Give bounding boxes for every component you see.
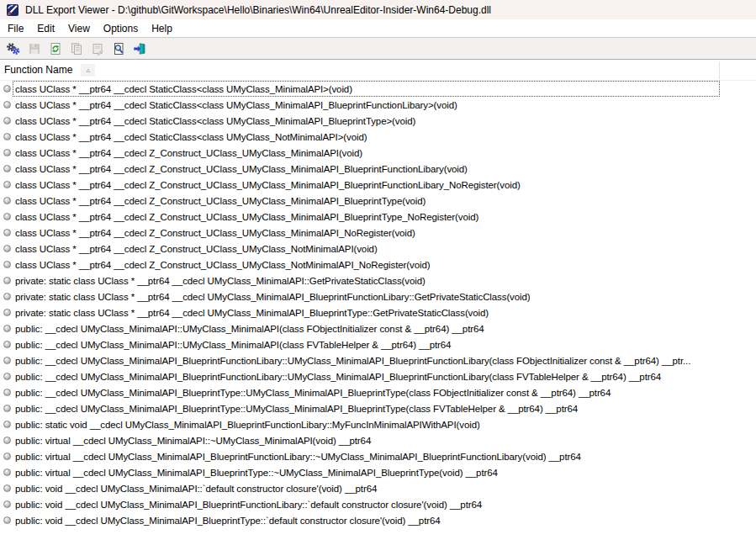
function-name-label: private: static class UClass * __ptr64 _… — [15, 292, 531, 302]
function-name-label: class UClass * __ptr64 __cdecl Z_Constru… — [15, 196, 426, 206]
list-item[interactable]: class UClass * __ptr64 __cdecl Z_Constru… — [0, 241, 756, 257]
item-properties-button[interactable] — [87, 39, 108, 59]
function-name-label: class UClass * __ptr64 __cdecl StaticCla… — [15, 100, 457, 110]
function-name-label: public: static void __cdecl UMyClass_Min… — [15, 420, 480, 430]
function-name-label: public: __cdecl UMyClass_MinimalAPI_Blue… — [15, 356, 690, 366]
list-item[interactable]: public: __cdecl UMyClass_MinimalAPI::UMy… — [0, 320, 756, 336]
function-name-label: class UClass * __ptr64 __cdecl Z_Constru… — [15, 148, 362, 158]
exported-function-icon — [3, 133, 11, 140]
list-item[interactable]: public: __cdecl UMyClass_MinimalAPI_Blue… — [0, 400, 756, 416]
list-item[interactable]: public: virtual __cdecl UMyClass_Minimal… — [0, 448, 756, 464]
list-item[interactable]: class UClass * __ptr64 __cdecl Z_Constru… — [0, 193, 756, 209]
exported-function-icon — [3, 149, 11, 156]
list-item[interactable]: private: static class UClass * __ptr64 _… — [0, 304, 756, 320]
list-item[interactable]: public: void __cdecl UMyClass_MinimalAPI… — [0, 480, 756, 496]
function-name-label: private: static class UClass * __ptr64 _… — [15, 276, 426, 286]
list-item[interactable]: class UClass * __ptr64 __cdecl Z_Constru… — [0, 209, 756, 225]
menu-item-view[interactable]: View — [61, 19, 97, 37]
list-item[interactable]: class UClass * __ptr64 __cdecl Z_Constru… — [0, 225, 756, 241]
list-item[interactable]: private: static class UClass * __ptr64 _… — [0, 289, 756, 304]
exported-function-icon — [3, 437, 11, 444]
list-item[interactable]: public: void __cdecl UMyClass_MinimalAPI… — [0, 512, 756, 528]
list-item[interactable]: private: static class UClass * __ptr64 _… — [0, 273, 756, 289]
exported-function-icon — [3, 421, 11, 428]
menubar: FileEditViewOptionsHelp — [0, 19, 756, 37]
properties-gears-button[interactable] — [3, 39, 24, 59]
copy-icon — [70, 42, 83, 56]
function-name-label: class UClass * __ptr64 __cdecl StaticCla… — [15, 132, 367, 142]
list-item[interactable]: public: static void __cdecl UMyClass_Min… — [0, 416, 756, 432]
exit-button[interactable] — [129, 39, 150, 59]
window-title: DLL Export Viewer - D:\github\GitWorkspa… — [25, 4, 491, 16]
exported-function-icon — [3, 516, 11, 524]
function-list: class UClass * __ptr64 __cdecl StaticCla… — [0, 81, 756, 528]
list-item[interactable]: public: __cdecl UMyClass_MinimalAPI_Blue… — [0, 384, 756, 400]
function-name-label: class UClass * __ptr64 __cdecl Z_Constru… — [15, 180, 521, 190]
titlebar: DLL Export Viewer - D:\github\GitWorkspa… — [0, 0, 756, 19]
exported-function-icon — [3, 277, 11, 284]
function-name-label: class UClass * __ptr64 __cdecl Z_Constru… — [15, 244, 378, 254]
column-divider[interactable] — [719, 61, 720, 80]
gears-icon — [6, 42, 21, 56]
list-item[interactable]: class UClass * __ptr64 __cdecl Z_Constru… — [0, 177, 756, 193]
sort-ascending-icon[interactable]: ▵ — [81, 64, 95, 77]
save-icon — [28, 42, 41, 56]
list-item[interactable]: class UClass * __ptr64 __cdecl StaticCla… — [0, 97, 756, 113]
list-item[interactable]: public: __cdecl UMyClass_MinimalAPI_Blue… — [0, 352, 756, 368]
exported-function-icon — [3, 309, 11, 316]
exported-function-icon — [3, 469, 11, 476]
function-name-label: public: __cdecl UMyClass_MinimalAPI_Blue… — [15, 388, 611, 398]
refresh-button[interactable] — [45, 39, 66, 59]
exported-function-icon — [3, 117, 11, 124]
find-button[interactable] — [108, 39, 129, 59]
toolbar — [0, 37, 756, 60]
save-button[interactable] — [24, 39, 45, 59]
exported-function-icon — [3, 293, 11, 300]
exported-function-icon — [3, 229, 11, 236]
exported-function-icon — [3, 181, 11, 188]
function-name-label: class UClass * __ptr64 __cdecl Z_Constru… — [15, 164, 468, 174]
exported-function-icon — [3, 325, 11, 332]
function-name-label: public: virtual __cdecl UMyClass_Minimal… — [15, 452, 581, 462]
list-item[interactable]: class UClass * __ptr64 __cdecl Z_Constru… — [0, 145, 756, 161]
function-name-label: class UClass * __ptr64 __cdecl Z_Constru… — [15, 228, 415, 238]
properties-icon — [91, 42, 104, 56]
exported-function-icon — [3, 357, 11, 364]
list-header: Function Name ▵ — [0, 60, 756, 81]
list-item[interactable]: public: virtual __cdecl UMyClass_Minimal… — [0, 464, 756, 480]
menu-item-file[interactable]: File — [1, 19, 30, 37]
function-name-label: public: void __cdecl UMyClass_MinimalAPI… — [15, 516, 441, 526]
list-item[interactable]: class UClass * __ptr64 __cdecl Z_Constru… — [0, 161, 756, 177]
exported-function-icon — [3, 85, 11, 93]
function-name-label: class UClass * __ptr64 __cdecl Z_Constru… — [15, 260, 430, 270]
exported-function-icon — [3, 165, 11, 172]
list-item[interactable]: class UClass * __ptr64 __cdecl StaticCla… — [0, 113, 756, 129]
function-name-label: private: static class UClass * __ptr64 _… — [15, 308, 489, 318]
menu-item-help[interactable]: Help — [145, 19, 179, 37]
exported-function-icon — [3, 373, 11, 380]
function-name-label: class UClass * __ptr64 __cdecl StaticCla… — [15, 116, 415, 126]
list-item[interactable]: class UClass * __ptr64 __cdecl StaticCla… — [0, 81, 756, 97]
exported-function-icon — [3, 261, 11, 268]
dll-export-viewer-window: DLL Export Viewer - D:\github\GitWorkspa… — [0, 0, 756, 540]
exported-function-icon — [3, 101, 11, 109]
menu-item-options[interactable]: Options — [97, 19, 145, 37]
exported-function-icon — [3, 453, 11, 460]
column-header-function-name[interactable]: Function Name — [0, 64, 72, 76]
exported-function-icon — [3, 500, 11, 508]
copy-button[interactable] — [66, 39, 87, 59]
exported-function-icon — [3, 341, 11, 348]
exit-icon — [133, 42, 146, 56]
list-item[interactable]: class UClass * __ptr64 __cdecl StaticCla… — [0, 129, 756, 145]
list-item[interactable]: class UClass * __ptr64 __cdecl Z_Constru… — [0, 257, 756, 273]
list-item[interactable]: public: __cdecl UMyClass_MinimalAPI::UMy… — [0, 336, 756, 352]
function-name-label: public: virtual __cdecl UMyClass_Minimal… — [15, 436, 371, 446]
function-name-label: public: __cdecl UMyClass_MinimalAPI_Blue… — [15, 404, 578, 414]
list-item[interactable]: public: __cdecl UMyClass_MinimalAPI_Blue… — [0, 368, 756, 384]
list-item[interactable]: public: virtual __cdecl UMyClass_Minimal… — [0, 432, 756, 448]
function-name-label: public: void __cdecl UMyClass_MinimalAPI… — [15, 500, 482, 510]
menu-item-edit[interactable]: Edit — [30, 19, 61, 37]
list-item[interactable]: public: void __cdecl UMyClass_MinimalAPI… — [0, 496, 756, 512]
exported-function-icon — [3, 213, 11, 220]
find-icon — [112, 42, 125, 56]
